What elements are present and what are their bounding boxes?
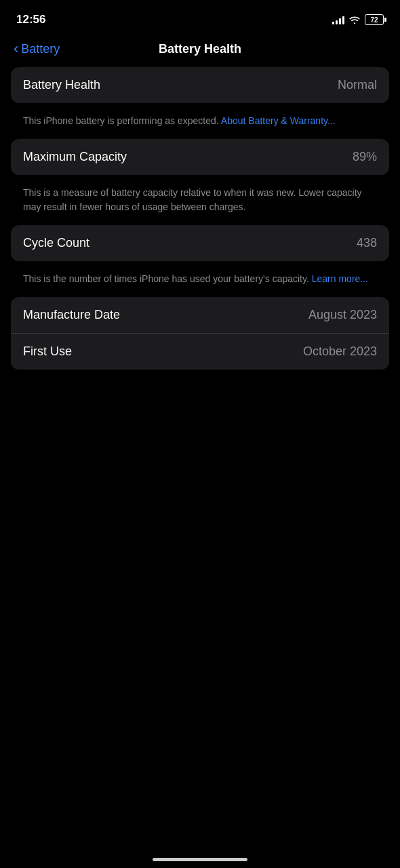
signal-bar-4 [342,16,344,24]
status-time: 12:56 [16,13,45,26]
first-use-label: First Use [23,344,72,359]
signal-bar-3 [339,18,341,24]
battery-health-description: This iPhone battery is performing as exp… [11,108,389,139]
cycle-count-row: Cycle Count 438 [11,225,389,261]
dates-card: Manufacture Date August 2023 First Use O… [11,297,389,370]
maximum-capacity-card: Maximum Capacity 89% [11,139,389,175]
chevron-left-icon: ‹ [14,41,18,56]
signal-bar-1 [332,22,334,24]
page-title: Battery Health [159,42,241,56]
cycle-count-description: This is the number of times iPhone has u… [11,267,389,297]
back-button[interactable]: ‹ Battery [14,42,60,56]
manufacture-date-label: Manufacture Date [23,308,120,322]
battery-indicator: 72 [365,14,384,25]
content: Battery Health Normal This iPhone batter… [0,67,400,370]
learn-more-link[interactable]: Learn more... [312,273,368,284]
status-icons: 72 [332,14,384,25]
cycle-count-card: Cycle Count 438 [11,225,389,261]
manufacture-date-value: August 2023 [308,308,377,322]
first-use-value: October 2023 [303,344,377,359]
wifi-icon [348,15,361,24]
battery-health-value: Normal [338,78,377,92]
cycle-count-value: 438 [357,236,377,250]
signal-bars-icon [332,15,344,24]
maximum-capacity-label: Maximum Capacity [23,150,127,164]
battery-health-row: Battery Health Normal [11,67,389,103]
cycle-count-label: Cycle Count [23,236,89,250]
manufacture-date-row: Manufacture Date August 2023 [11,297,389,333]
maximum-capacity-row: Maximum Capacity 89% [11,139,389,175]
battery-level: 72 [370,16,378,24]
about-battery-link[interactable]: About Battery & Warranty... [221,115,336,126]
nav-header: ‹ Battery Battery Health [0,37,400,67]
signal-bar-2 [336,20,338,24]
maximum-capacity-description: This is a measure of battery capacity re… [11,180,389,225]
status-bar: 12:56 72 [0,0,400,37]
battery-health-card: Battery Health Normal [11,67,389,103]
first-use-row: First Use October 2023 [11,333,389,370]
maximum-capacity-value: 89% [353,150,377,164]
battery-health-label: Battery Health [23,78,100,92]
home-indicator [153,858,247,861]
back-label: Battery [21,42,60,56]
